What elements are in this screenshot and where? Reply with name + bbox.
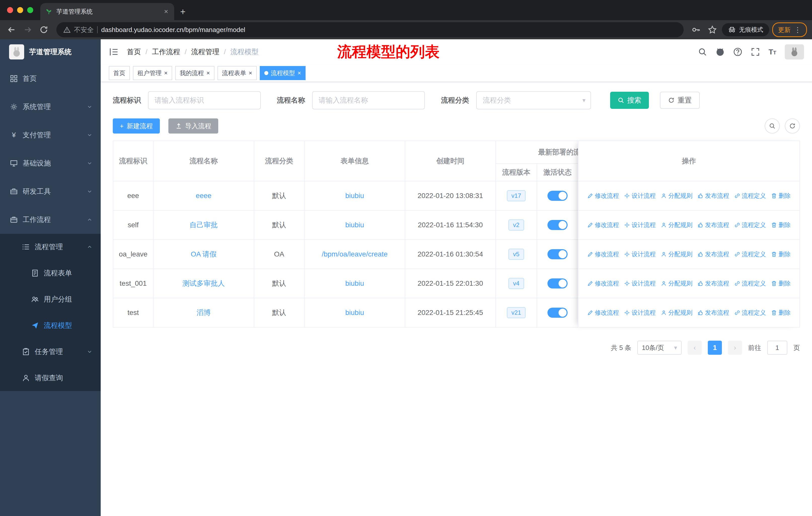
process-name-link[interactable]: 测试多审批人 (182, 279, 225, 287)
tag-home[interactable]: 首页 (109, 66, 130, 80)
sidebar-item-devtools[interactable]: 研发工具 (0, 178, 101, 206)
process-definition-link[interactable]: 流程定义 (734, 250, 766, 258)
publish-process-link[interactable]: 发布流程 (697, 250, 729, 258)
breadcrumb-item[interactable]: 流程管理 (191, 47, 220, 57)
process-name-link[interactable]: 滔博 (197, 309, 211, 317)
process-name-link[interactable]: OA 请假 (191, 250, 217, 258)
new-tab-button[interactable]: + (180, 6, 185, 17)
sidebar-collapse-icon[interactable] (109, 47, 119, 57)
modify-process-link[interactable]: 修改流程 (587, 192, 619, 200)
sidebar-item-process-form[interactable]: 流程表单 (0, 260, 101, 286)
process-name-link[interactable]: 自己审批 (190, 221, 218, 229)
active-toggle[interactable] (547, 308, 568, 318)
page-size-select[interactable]: 10条/页 ▾ (637, 341, 682, 355)
delete-link[interactable]: 删除 (771, 279, 791, 288)
assign-rule-link[interactable]: 分配规则 (661, 279, 692, 288)
assign-rule-link[interactable]: 分配规则 (661, 221, 692, 229)
sidebar-item-leave-query[interactable]: 请假查询 (0, 365, 101, 391)
font-size-icon[interactable]: TT (768, 48, 776, 56)
sidebar-item-system[interactable]: 系统管理 (0, 93, 101, 121)
sidebar-item-task-management[interactable]: 任务管理 (0, 338, 101, 365)
active-toggle[interactable] (547, 220, 568, 230)
tag-close-icon[interactable]: × (164, 70, 168, 77)
publish-process-link[interactable]: 发布流程 (697, 279, 729, 288)
breadcrumb-item[interactable]: 工作流程 (152, 47, 180, 57)
design-process-link[interactable]: 设计流程 (624, 221, 656, 229)
sidebar-item-process-management[interactable]: 流程管理 (0, 234, 101, 260)
window-close-button[interactable] (7, 7, 13, 13)
forward-button[interactable] (21, 23, 34, 36)
show-search-button[interactable] (765, 118, 780, 134)
design-process-link[interactable]: 设计流程 (624, 250, 656, 258)
process-id-input[interactable] (148, 91, 261, 109)
prev-page-button[interactable]: ‹ (688, 341, 702, 355)
refresh-table-button[interactable] (785, 118, 800, 134)
password-key-button[interactable] (690, 23, 703, 36)
tag-tenant[interactable]: 租户管理 × (133, 66, 172, 80)
tag-close-icon[interactable]: × (206, 70, 210, 77)
delete-link[interactable]: 删除 (771, 192, 791, 200)
next-page-button[interactable]: › (728, 341, 742, 355)
modify-process-link[interactable]: 修改流程 (587, 250, 619, 258)
tag-process-form[interactable]: 流程表单 × (218, 66, 257, 80)
bookmark-star-button[interactable] (706, 23, 719, 36)
browser-tab[interactable]: 芋道管理系统 × (40, 3, 174, 20)
sidebar-item-workflow[interactable]: 工作流程 (0, 206, 101, 234)
create-process-button[interactable]: + 新建流程 (113, 118, 160, 134)
assign-rule-link[interactable]: 分配规则 (661, 250, 692, 258)
active-toggle[interactable] (547, 278, 568, 289)
form-link[interactable]: /bpm/oa/leave/create (322, 250, 388, 258)
tag-close-icon[interactable]: × (297, 70, 301, 77)
form-link[interactable]: biubiu (345, 221, 364, 229)
modify-process-link[interactable]: 修改流程 (587, 221, 619, 229)
browser-menu-icon[interactable]: ⋮ (794, 26, 801, 34)
assign-rule-link[interactable]: 分配规则 (661, 309, 692, 317)
process-definition-link[interactable]: 流程定义 (734, 309, 766, 317)
form-link[interactable]: biubiu (345, 309, 364, 317)
tab-close-icon[interactable]: × (163, 7, 169, 16)
back-button[interactable] (5, 23, 18, 36)
process-definition-link[interactable]: 流程定义 (734, 279, 766, 288)
assign-rule-link[interactable]: 分配规则 (661, 192, 692, 200)
category-select[interactable]: 流程分类 ▾ (476, 91, 591, 109)
sidebar-item-payment[interactable]: ¥ 支付管理 (0, 121, 101, 149)
modify-process-link[interactable]: 修改流程 (587, 309, 619, 317)
delete-link[interactable]: 删除 (771, 250, 791, 258)
goto-page-input[interactable] (767, 341, 787, 355)
form-link[interactable]: biubiu (345, 192, 364, 199)
tag-close-icon[interactable]: × (249, 70, 252, 77)
fullscreen-icon[interactable] (751, 47, 760, 56)
sidebar-item-home[interactable]: 首页 (0, 64, 101, 93)
design-process-link[interactable]: 设计流程 (624, 192, 656, 200)
design-process-link[interactable]: 设计流程 (624, 279, 656, 288)
form-link[interactable]: biubiu (345, 279, 364, 287)
delete-link[interactable]: 删除 (771, 221, 791, 229)
sidebar-item-user-group[interactable]: 用户分组 (0, 286, 101, 313)
active-toggle[interactable] (547, 249, 568, 259)
publish-process-link[interactable]: 发布流程 (697, 221, 729, 229)
delete-link[interactable]: 删除 (771, 309, 791, 317)
window-zoom-button[interactable] (27, 7, 33, 13)
process-definition-link[interactable]: 流程定义 (734, 221, 766, 229)
tag-my-process[interactable]: 我的流程 × (175, 66, 214, 80)
modify-process-link[interactable]: 修改流程 (587, 279, 619, 288)
active-toggle[interactable] (547, 191, 568, 201)
help-icon[interactable] (733, 47, 742, 56)
process-definition-link[interactable]: 流程定义 (734, 192, 766, 200)
update-button[interactable]: 更新 ⋮ (772, 22, 807, 37)
avatar[interactable] (785, 44, 804, 59)
tag-process-model[interactable]: 流程模型 × (260, 66, 306, 80)
import-process-button[interactable]: 导入流程 (168, 118, 218, 134)
reset-button[interactable]: 重置 (660, 92, 700, 109)
process-name-link[interactable]: eeee (196, 192, 211, 199)
breadcrumb-item[interactable]: 首页 (127, 47, 141, 57)
page-number-button[interactable]: 1 (708, 341, 722, 355)
reload-button[interactable] (37, 23, 50, 36)
search-icon[interactable] (698, 47, 707, 56)
url-bar[interactable]: 不安全 dashboard.yudao.iocoder.cn/bpm/manag… (56, 22, 684, 37)
github-icon[interactable] (716, 47, 725, 56)
sidebar-item-infrastructure[interactable]: 基础设施 (0, 149, 101, 178)
window-minimize-button[interactable] (17, 7, 23, 13)
publish-process-link[interactable]: 发布流程 (697, 309, 729, 317)
design-process-link[interactable]: 设计流程 (624, 309, 656, 317)
